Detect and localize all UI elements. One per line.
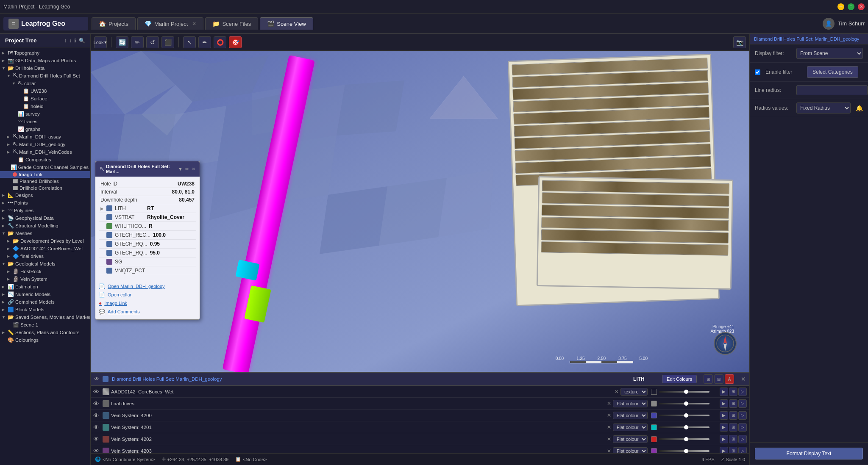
dropdown-vein-4203[interactable]: Flat colour bbox=[613, 447, 648, 454]
btn1-final-drives[interactable]: ▶ bbox=[720, 399, 728, 408]
dropdown-vein-4201[interactable]: Flat colour bbox=[613, 423, 648, 431]
toolbar-target-btn[interactable]: 🎯 bbox=[229, 36, 242, 48]
dropdown-final-drives[interactable]: Flat colour bbox=[613, 400, 648, 407]
btn3-vein-4202[interactable]: ▷ bbox=[738, 435, 747, 443]
sidebar-item-topography[interactable]: ▶ 🗺 Topography bbox=[0, 49, 90, 57]
sidebar-item-grade-control[interactable]: ▶ 📊 Grade Control Channel Samples bbox=[0, 163, 90, 171]
sidebar-item-hostrock[interactable]: ▶ 🗿 HostRock bbox=[0, 268, 90, 275]
display-filter-select[interactable]: From Scene bbox=[796, 48, 863, 59]
slider-thumb-aadd[interactable] bbox=[684, 390, 688, 394]
tab-scene-view[interactable]: 🎬 Scene View bbox=[260, 17, 313, 30]
sidebar-item-vein-system[interactable]: ▶ 🗿 Vein System bbox=[0, 275, 90, 283]
tab-scene-files[interactable]: 📁 Scene Files bbox=[205, 17, 258, 30]
slider-track-aadd[interactable] bbox=[659, 391, 709, 393]
sidebar-down-icon[interactable]: ↓ bbox=[69, 38, 72, 44]
sidebar-item-imago-link[interactable]: ▶ Imago Link bbox=[0, 171, 90, 178]
btn2-final-drives[interactable]: ⊞ bbox=[729, 399, 737, 408]
dropdown-vein-4200[interactable]: Flat colour bbox=[613, 412, 648, 419]
toolbar-rotate-btn[interactable]: 🔄 bbox=[116, 36, 128, 48]
eye-vein-4201[interactable]: 👁 bbox=[93, 424, 101, 431]
radius-values-select[interactable]: Fixed Radius bbox=[796, 102, 851, 113]
popup-link-open-geology[interactable]: 📄 Open Marlin_DDH_geology bbox=[99, 282, 196, 291]
tab-projects[interactable]: 🏠 Projects bbox=[92, 17, 136, 30]
popup-link-open-collar[interactable]: 📄 Open collar bbox=[99, 291, 196, 299]
toolbar-select-btn[interactable]: ✏ bbox=[131, 36, 144, 48]
sidebar-item-survey[interactable]: ▶ 📊 survey bbox=[0, 110, 90, 118]
toolbar-camera-btn[interactable]: 📷 bbox=[733, 36, 746, 48]
close-vein-4201[interactable]: ✕ bbox=[607, 424, 611, 430]
color-swatch-vein-4202[interactable] bbox=[651, 436, 657, 442]
header-btn-1[interactable]: ⊞ bbox=[704, 374, 713, 384]
sidebar-item-colourings[interactable]: ▶ 🎨 Colourings bbox=[0, 336, 90, 344]
sidebar-item-composites[interactable]: ▶ 📋 Composites bbox=[0, 156, 90, 163]
toolbar-look-dropdown[interactable]: Look ▼ bbox=[94, 36, 107, 48]
popup-edit-icon[interactable]: ✏ bbox=[185, 166, 189, 172]
color-swatch-vein-4200[interactable] bbox=[651, 412, 657, 418]
close-button[interactable]: ✕ bbox=[858, 3, 865, 10]
sidebar-item-sections[interactable]: ▶ 📏 Sections, Plans and Contours bbox=[0, 329, 90, 336]
sidebar-item-estimation[interactable]: ▶ 📊 Estimation bbox=[0, 283, 90, 291]
sidebar-item-geophysical-data[interactable]: ▶ 📡 Geophysical Data bbox=[0, 214, 90, 222]
sidebar-item-aadd0142[interactable]: ▶ 🔷 AADD0142_CoreBoxes_Wet bbox=[0, 245, 90, 252]
eye-vein-4200[interactable]: 👁 bbox=[93, 412, 101, 419]
sidebar-item-scene1[interactable]: ▶ 🎬 Scene 1 bbox=[0, 321, 90, 329]
sidebar-item-marlin-ddh-veincodes[interactable]: ▶ ⛏ Marlin_DDH_VeinCodes bbox=[0, 148, 90, 156]
minimize-button[interactable]: ─ bbox=[837, 3, 844, 10]
sidebar-item-polylines[interactable]: ▶ 〰 Polylines bbox=[0, 207, 90, 214]
tab-marlin-close[interactable]: ✕ bbox=[192, 21, 196, 27]
popup-filter-icon[interactable]: ▼ bbox=[178, 166, 183, 172]
toolbar-refresh-btn[interactable]: ↺ bbox=[146, 36, 159, 48]
sidebar-item-combined-models[interactable]: ▶ 🔗 Combined Models bbox=[0, 298, 90, 306]
btn2-aadd[interactable]: ⊞ bbox=[729, 388, 737, 396]
popup-link-add-comments[interactable]: 💬 Add Comments bbox=[99, 307, 196, 316]
btn3-final-drives[interactable]: ▷ bbox=[738, 399, 747, 408]
format-display-text-button[interactable]: Format Display Text bbox=[755, 448, 863, 459]
btn2-vein-4201[interactable]: ⊞ bbox=[729, 423, 737, 432]
slider-thumb-vein-4203[interactable] bbox=[684, 449, 688, 453]
color-swatch-vein-4203[interactable] bbox=[651, 448, 657, 454]
dropdown-aadd[interactable]: texture bbox=[620, 388, 648, 396]
btn1-vein-4200[interactable]: ▶ bbox=[720, 411, 728, 420]
line-radius-input[interactable]: 0.60 bbox=[796, 85, 868, 95]
sidebar-item-marlin-ddh-assay[interactable]: ▶ ⛏ Marlin_DDH_assay bbox=[0, 133, 90, 141]
menu-icon[interactable]: ≡ bbox=[8, 19, 19, 29]
scene-view[interactable]: ⛏ Diamond Drill Holes Full Set: Marl... … bbox=[91, 51, 749, 372]
sidebar-item-block-models[interactable]: ▶ 🟦 Block Models bbox=[0, 306, 90, 313]
close-vein-4200[interactable]: ✕ bbox=[607, 412, 611, 418]
select-categories-button[interactable]: Select Categories bbox=[807, 66, 858, 78]
slider-track-vein-4200[interactable] bbox=[659, 415, 709, 416]
dropdown-vein-4202[interactable]: Flat colour bbox=[613, 435, 648, 443]
btn1-vein-4203[interactable]: ▶ bbox=[720, 447, 728, 454]
sidebar-item-collar[interactable]: ▼ ⛏ collar bbox=[0, 80, 90, 87]
enable-filter-checkbox[interactable] bbox=[755, 69, 760, 75]
eye-final-drives[interactable]: 👁 bbox=[93, 400, 101, 407]
sidebar-search-icon[interactable]: 🔍 bbox=[79, 38, 85, 44]
slider-thumb-vein-4202[interactable] bbox=[684, 437, 688, 441]
sidebar-item-structural[interactable]: ▶ 🔧 Structural Modelling bbox=[0, 222, 90, 230]
slider-track-vein-4202[interactable] bbox=[659, 438, 709, 440]
btn2-vein-4203[interactable]: ⊞ bbox=[729, 447, 737, 454]
header-btn-2[interactable]: ⊟ bbox=[714, 374, 723, 384]
eye-aadd[interactable]: 👁 bbox=[93, 388, 101, 395]
btn3-aadd[interactable]: ▷ bbox=[738, 388, 747, 396]
color-swatch-final-drives[interactable] bbox=[651, 401, 657, 407]
sidebar-item-surface[interactable]: ▶ 📋 Surface bbox=[0, 95, 90, 102]
toolbar-circle-btn[interactable]: ⭕ bbox=[214, 36, 226, 48]
sidebar-item-uw238[interactable]: ▶ 📋 UW238 bbox=[0, 87, 90, 95]
close-aadd[interactable]: ✕ bbox=[615, 389, 619, 395]
bell-icon[interactable]: 🔔 bbox=[856, 105, 863, 111]
sidebar-info-icon[interactable]: ℹ bbox=[74, 38, 76, 44]
sidebar-item-holeid[interactable]: ▶ 📋 holeid bbox=[0, 102, 90, 110]
tab-marlin[interactable]: 💎 Marlin Project ✕ bbox=[137, 17, 203, 30]
close-final-drives[interactable]: ✕ bbox=[607, 401, 611, 407]
sidebar-item-geological-models[interactable]: ▼ 📂 Geological Models bbox=[0, 260, 90, 268]
sidebar-item-graphs[interactable]: ▶ 📈 graphs bbox=[0, 125, 90, 133]
color-swatch-vein-4201[interactable] bbox=[651, 424, 657, 430]
header-btn-3[interactable]: A bbox=[725, 374, 734, 384]
sidebar-item-traces[interactable]: ▶ 〰 traces bbox=[0, 118, 90, 125]
expand-lith[interactable]: ▶ bbox=[100, 206, 104, 211]
sidebar-item-planned-drillholes[interactable]: ▶ Planned Drillholes bbox=[0, 178, 90, 185]
toolbar-crop-btn[interactable]: ⬛ bbox=[161, 36, 174, 48]
compass-widget[interactable] bbox=[714, 332, 737, 355]
eye-vein-4202[interactable]: 👁 bbox=[93, 436, 101, 443]
